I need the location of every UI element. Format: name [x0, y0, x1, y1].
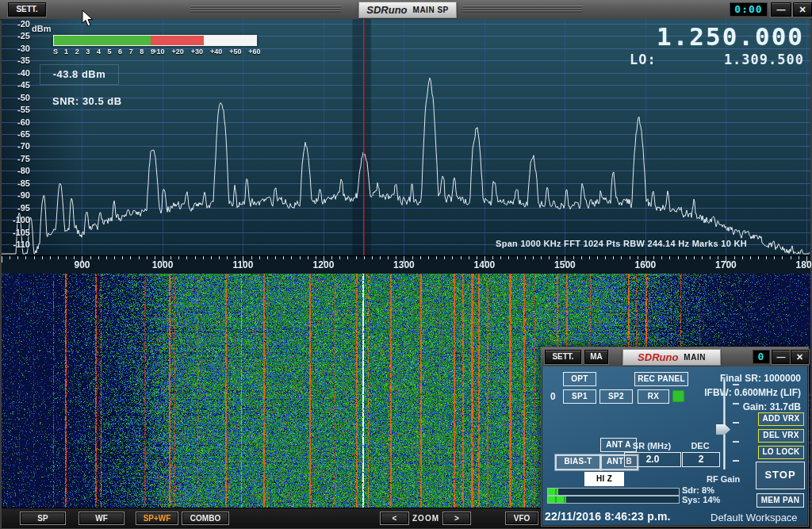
- frequency-tick-label: 1800: [791, 259, 812, 270]
- dbm-tick-label: -60: [2, 117, 30, 127]
- main-sp-titlebar[interactable]: SETT. SDRuno MAIN SP 0:00 — ✕: [0, 0, 812, 20]
- s-meter-scale-label: +60: [248, 48, 260, 56]
- dbm-tick-label: -55: [2, 105, 30, 114]
- rf-gain-slider-handle[interactable]: [716, 424, 730, 435]
- s-meter-scale-label: 7: [129, 48, 133, 56]
- bias-t-button[interactable]: BIAS-T: [555, 454, 601, 470]
- dbm-tick-label: -35: [2, 56, 30, 65]
- sr-value-field[interactable]: 2.0: [624, 452, 681, 467]
- panel-mode-label: MAIN: [684, 353, 706, 362]
- s-meter-scale-label: +30: [191, 48, 203, 56]
- frequency-tick-label: 1600: [630, 259, 661, 270]
- panel-title: SDRuno MAIN: [622, 349, 721, 366]
- s-meter-scale-label: +40: [210, 48, 222, 56]
- main-control-panel: SETT. MA SDRuno MAIN 0 — ✕ OPT REC PANEL…: [541, 347, 809, 527]
- frequency-tick-label: 1400: [469, 259, 500, 270]
- zoom-in-button[interactable]: >: [442, 512, 471, 525]
- sp1-button[interactable]: SP1: [563, 389, 596, 404]
- titlebar-grip: [463, 6, 582, 13]
- sdr-load-bar: [547, 488, 680, 496]
- vrx-index: 0: [550, 391, 556, 402]
- wf-mode-button[interactable]: WF: [79, 512, 124, 525]
- final-sr-readout: Final SR: 1000000: [622, 371, 801, 385]
- s-meter-scale-label: 1: [64, 48, 68, 56]
- vfo-button[interactable]: VFO: [505, 512, 538, 525]
- stop-button[interactable]: STOP: [756, 462, 805, 489]
- dbm-tick-label: -40: [2, 68, 30, 78]
- sdruno-logo: SDRuno: [638, 351, 678, 363]
- lo-label: LO:: [630, 52, 657, 67]
- frequency-tick-label: 900: [66, 259, 98, 270]
- frequency-tick-label: 1500: [549, 259, 580, 270]
- frequency-tick-label: 1000: [147, 259, 178, 270]
- span-info-text: Span 1000 KHz FFT 1024 Pts RBW 244.14 Hz…: [414, 239, 747, 248]
- lo-frequency-display[interactable]: 1.309.500: [724, 52, 804, 67]
- panel-close-button[interactable]: ✕: [791, 350, 809, 364]
- dbm-tick-label: -95: [2, 203, 30, 213]
- dbm-tick-label: -110: [2, 240, 30, 249]
- minimize-button[interactable]: —: [771, 2, 791, 17]
- s-meter-scale-label: 5: [107, 48, 111, 56]
- dbm-tick-label: -85: [2, 178, 30, 188]
- frequency-tick-label: 1700: [710, 259, 741, 270]
- sp-wf-mode-button[interactable]: SP+WF: [136, 512, 178, 525]
- dbm-tick-label: -100: [2, 215, 30, 224]
- s-meter-scale-label: 2: [75, 48, 79, 56]
- s-meter-scale-label: S: [53, 48, 58, 56]
- window-mode-label: MAIN SP: [413, 6, 449, 14]
- opt-button[interactable]: OPT: [563, 372, 596, 386]
- sdr-load-label: Sdr: 8%: [682, 485, 714, 495]
- frequency-tick-label: 1300: [388, 259, 419, 270]
- dbm-tick-label: -50: [2, 93, 30, 102]
- power-readout: -43.8 dBm: [40, 64, 119, 85]
- dbm-tick-label: -25: [2, 31, 30, 40]
- dbm-tick-label: -105: [2, 228, 30, 237]
- rf-gain-label: RF Gain: [707, 474, 740, 484]
- sys-load-bar: [547, 496, 680, 504]
- sp-mode-button[interactable]: SP: [20, 512, 66, 525]
- dbm-tick-label: -65: [2, 129, 30, 139]
- main-panel-titlebar[interactable]: SETT. MA SDRuno MAIN 0 — ✕: [542, 347, 808, 367]
- panel-ma-button[interactable]: MA: [584, 350, 608, 364]
- settings-button[interactable]: SETT.: [8, 2, 46, 17]
- dbm-tick-label: -70: [2, 141, 30, 151]
- s-meter-green-segment: [54, 36, 151, 45]
- mem-pan-button[interactable]: MEM PAN: [756, 493, 804, 508]
- vfo-frequency-display[interactable]: 1.250.000: [525, 22, 804, 51]
- s-meter-scale-label: 6: [118, 48, 122, 56]
- zoom-label: ZOOM: [412, 514, 439, 523]
- s-meter-scale-label: +10: [152, 48, 164, 56]
- sr-label: SR (MHz): [624, 441, 680, 450]
- panel-digit-display: 0: [753, 350, 770, 364]
- s-meter-scale-label: +20: [172, 48, 184, 56]
- dbm-unit-label: dBm: [32, 24, 51, 33]
- del-vrx-button[interactable]: DEL VRX: [758, 429, 804, 443]
- ifbw-readout: IFBW: 0.600MHz (LIF): [622, 385, 801, 400]
- combo-mode-button[interactable]: COMBO: [182, 512, 229, 525]
- s-meter-red-segment: [151, 36, 203, 45]
- panel-minimize-button[interactable]: —: [772, 350, 791, 364]
- main-panel-body: OPT REC PANEL 0 SP1 SP2 RX Final SR: 100…: [542, 366, 807, 525]
- sdruno-app: SETT. SDRuno MAIN SP 0:00 — ✕ -20-25-30-…: [0, 0, 812, 529]
- panel-settings-button[interactable]: SETT.: [545, 350, 581, 364]
- titlebar-grip: [190, 6, 341, 13]
- hi-z-button[interactable]: HI Z: [584, 472, 624, 486]
- s-meter: [53, 35, 257, 46]
- s-meter-scale: S123456789+10+20+30+40+50+60: [2, 48, 271, 57]
- sys-load-label: Sys: 14%: [682, 495, 720, 504]
- workspace-label: Default Workspace: [710, 512, 798, 523]
- rf-gain-slider-ticks: [733, 384, 739, 465]
- frequency-tick-label: 1100: [227, 259, 259, 270]
- s-meter-scale-label: 3: [86, 48, 90, 56]
- dbm-tick-label: -75: [2, 154, 30, 163]
- dec-value-field[interactable]: 2: [682, 452, 720, 467]
- zoom-out-button[interactable]: <: [380, 512, 409, 525]
- dbm-tick-label: -45: [2, 80, 30, 90]
- window-title: SDRuno MAIN SP: [358, 2, 457, 18]
- add-vrx-button[interactable]: ADD VRX: [758, 412, 804, 426]
- close-button[interactable]: ✕: [793, 2, 812, 17]
- datetime-display: 22/11/2016 8:46:23 p.m.: [545, 510, 671, 523]
- dbm-tick-label: -80: [2, 166, 30, 175]
- spectrum-display[interactable]: -20-25-30-35-40-45-50-55-60-65-70-75-80-…: [2, 19, 810, 274]
- lo-lock-button[interactable]: LO LOCK: [758, 446, 804, 459]
